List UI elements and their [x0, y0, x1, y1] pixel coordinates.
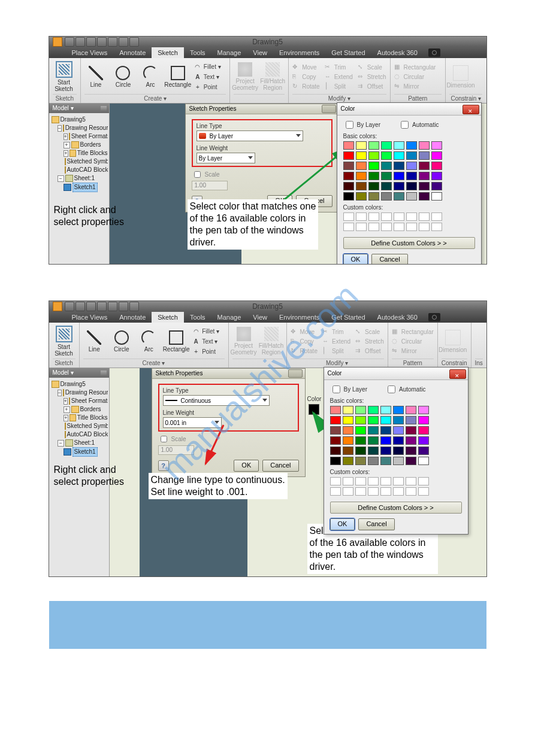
tab-tools[interactable]: Tools	[184, 47, 211, 58]
fillet-button[interactable]: ◠Fillet ▾	[192, 327, 224, 336]
app-icon[interactable]	[53, 37, 62, 47]
color-swatch[interactable]	[368, 457, 379, 465]
tab-view[interactable]: View	[247, 47, 273, 58]
tab-environments[interactable]: Environments	[273, 47, 325, 58]
custom-color-slot[interactable]	[356, 212, 367, 221]
custom-color-slot[interactable]	[355, 477, 366, 485]
color-ok-button[interactable]: OK	[343, 254, 368, 265]
color-swatch[interactable]	[406, 416, 416, 424]
tab-annotate[interactable]: Annotate	[113, 47, 152, 58]
color-swatch[interactable]	[406, 457, 416, 465]
color-swatch[interactable]	[380, 457, 391, 465]
color-swatch[interactable]	[431, 182, 442, 190]
color-swatch[interactable]	[406, 426, 416, 435]
color-swatch[interactable]	[368, 447, 379, 455]
tree-titleblocks[interactable]: +Title Blocks	[52, 414, 108, 422]
tab-autodesk-360[interactable]: Autodesk 360	[371, 47, 424, 58]
tree-root[interactable]: Drawing5	[52, 116, 108, 124]
ok-button[interactable]: OK	[234, 460, 259, 472]
color-swatch[interactable]	[393, 436, 404, 445]
custom-color-slot[interactable]	[368, 212, 379, 221]
custom-color-slot[interactable]	[419, 212, 430, 221]
cancel-button[interactable]: Cancel	[262, 460, 298, 472]
color-swatch[interactable]	[394, 141, 404, 150]
color-swatch[interactable]	[343, 182, 354, 190]
tab-tools[interactable]: Tools	[184, 312, 211, 323]
color-swatch[interactable]	[355, 447, 366, 455]
color-swatch[interactable]	[393, 426, 404, 435]
color-swatch[interactable]	[394, 172, 404, 180]
qat-undo-icon[interactable]	[97, 302, 107, 311]
color-swatch[interactable]	[330, 406, 341, 414]
color-swatch[interactable]	[368, 162, 379, 170]
color-swatch[interactable]	[381, 192, 392, 201]
app-icon[interactable]	[53, 302, 62, 311]
tree-borders[interactable]: +Borders	[52, 141, 108, 149]
color-swatch[interactable]	[406, 182, 417, 190]
color-swatch[interactable]	[418, 406, 429, 414]
tab-place-views[interactable]: Place Views	[66, 47, 114, 58]
custom-color-slot[interactable]	[393, 477, 404, 485]
color-cancel-button[interactable]: Cancel	[371, 254, 407, 265]
color-swatch[interactable]	[393, 457, 404, 465]
circle-button[interactable]: Circle	[112, 66, 135, 88]
color-swatch[interactable]	[381, 141, 392, 150]
color-swatch[interactable]	[406, 141, 417, 150]
tree-sketch1[interactable]: Sketch1	[52, 183, 108, 192]
automatic-checkbox[interactable]: Automatic	[398, 119, 439, 130]
tab-get-started[interactable]: Get Started	[325, 47, 371, 58]
custom-color-slot[interactable]	[431, 212, 442, 221]
color-swatch[interactable]	[330, 426, 341, 435]
qat-redo-icon[interactable]	[108, 302, 117, 311]
color-swatch[interactable]	[343, 436, 353, 445]
color-swatch[interactable]	[355, 457, 366, 465]
color-swatch[interactable]	[394, 182, 404, 190]
qat-more-icon[interactable]	[129, 302, 139, 311]
color-swatch[interactable]	[431, 141, 442, 150]
panel-close-button[interactable]	[322, 105, 336, 113]
tab-view[interactable]: View	[247, 312, 273, 323]
color-swatch[interactable]	[330, 436, 341, 445]
camera-icon[interactable]	[428, 313, 440, 321]
line-button[interactable]: Line	[84, 66, 107, 88]
color-swatch[interactable]	[406, 172, 417, 180]
custom-color-slot[interactable]	[343, 477, 353, 485]
color-swatch[interactable]	[380, 406, 391, 414]
tab-place-views[interactable]: Place Views	[66, 312, 114, 323]
color-swatch[interactable]	[381, 172, 392, 180]
color-swatch[interactable]	[393, 406, 404, 414]
color-swatch[interactable]	[381, 162, 392, 170]
color-swatch[interactable]	[343, 151, 354, 160]
color-swatch[interactable]	[355, 436, 366, 445]
qat-more-icon[interactable]	[129, 37, 139, 47]
color-swatch[interactable]	[431, 151, 442, 160]
color-swatch[interactable]	[355, 406, 366, 414]
tab-sketch[interactable]: Sketch	[152, 47, 184, 58]
color-swatch[interactable]	[419, 172, 430, 180]
color-swatch[interactable]	[330, 416, 341, 424]
qat-print-icon[interactable]	[119, 37, 128, 47]
tab-manage[interactable]: Manage	[211, 47, 247, 58]
custom-color-slot[interactable]	[380, 477, 391, 485]
custom-color-slot[interactable]	[381, 223, 392, 231]
tree-sheetformats[interactable]: +Sheet Formats	[52, 397, 108, 405]
custom-color-slot[interactable]	[355, 487, 366, 496]
tab-manage[interactable]: Manage	[211, 312, 247, 323]
arc-button[interactable]: Arc	[138, 330, 161, 353]
tree-sheetformats[interactable]: +Sheet Formats	[52, 132, 108, 141]
color-swatch[interactable]	[368, 182, 379, 190]
bylayer-checkbox[interactable]: By Layer	[330, 384, 367, 395]
custom-color-slot[interactable]	[406, 487, 416, 496]
tree-sketch1[interactable]: Sketch1	[52, 447, 108, 457]
color-swatch[interactable]	[355, 416, 366, 424]
expand-icon[interactable]: +	[64, 142, 70, 148]
color-swatch[interactable]	[343, 447, 353, 455]
tab-autodesk-360[interactable]: Autodesk 360	[371, 312, 424, 323]
color-swatch[interactable]	[406, 447, 416, 455]
color-swatch[interactable]	[356, 172, 367, 180]
line-button[interactable]: Line	[83, 330, 106, 353]
color-swatch[interactable]	[343, 426, 353, 435]
color-swatch[interactable]	[356, 151, 367, 160]
qat-save-icon[interactable]	[86, 302, 96, 311]
tree-resources[interactable]: −Drawing Resources	[52, 124, 108, 132]
